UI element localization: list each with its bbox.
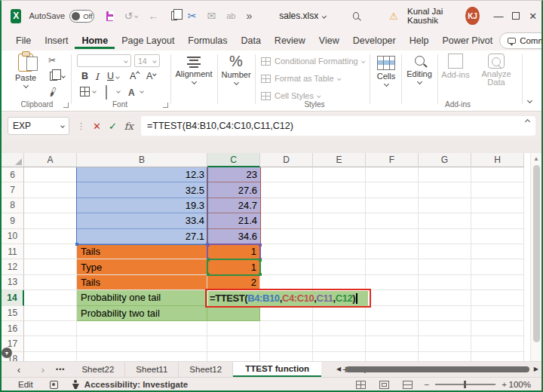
cell-E7[interactable] <box>313 182 366 198</box>
cells-button[interactable]: Cells <box>373 54 400 86</box>
column-header-C[interactable]: C <box>207 153 260 167</box>
insert-function-icon[interactable]: fx <box>124 121 133 132</box>
zoom-out-icon[interactable]: − <box>425 380 430 389</box>
cell-B11[interactable]: Tails <box>77 244 207 259</box>
vscroll-thumb[interactable] <box>533 165 540 342</box>
cell-E9[interactable] <box>313 213 366 228</box>
cell-B9[interactable]: 33.4 <box>77 213 207 228</box>
cell-C7[interactable]: 27.6 <box>207 182 260 198</box>
cell-G14[interactable] <box>419 290 471 305</box>
cell-B10[interactable]: 27.1 <box>77 229 207 244</box>
cell-D15[interactable] <box>260 306 313 321</box>
cell-D9[interactable] <box>260 213 313 228</box>
cell-E8[interactable] <box>313 198 366 213</box>
cell-E16[interactable] <box>313 321 366 336</box>
cell-H10[interactable] <box>471 229 524 244</box>
cell-F11[interactable] <box>366 244 419 259</box>
cut-icon[interactable]: ✂ <box>188 10 197 22</box>
cell-A15[interactable] <box>24 306 77 321</box>
cell-F12[interactable] <box>366 259 419 274</box>
cell-B8[interactable]: 19.3 <box>77 198 207 213</box>
fill-color-icon[interactable] <box>106 86 107 100</box>
cell-C15[interactable] <box>207 306 260 321</box>
cell-A6[interactable] <box>24 167 77 182</box>
back-icon[interactable]: ← <box>149 10 159 22</box>
user-name[interactable]: Kunal Jai Kaushik <box>407 7 459 25</box>
font-color-icon[interactable]: A <box>128 85 135 99</box>
minimize-button[interactable]: — <box>490 11 508 22</box>
cell-C13[interactable]: 2 <box>207 275 260 290</box>
alignment-button[interactable]: Alignment <box>173 54 214 84</box>
clipboard-dialog-launcher[interactable] <box>63 103 69 108</box>
zoom-slider[interactable] <box>435 384 495 385</box>
cell-A16[interactable] <box>24 321 77 336</box>
cell-G6[interactable] <box>419 167 471 182</box>
cell-A12[interactable] <box>24 259 77 274</box>
cell-H17[interactable] <box>471 336 524 351</box>
cell-B7[interactable]: 32.5 <box>77 182 207 198</box>
cell-D8[interactable] <box>260 198 313 213</box>
tab-review[interactable]: Review <box>268 32 312 49</box>
vscroll-down-button[interactable]: ▼ <box>2 348 12 358</box>
styles-item-cell-styles[interactable]: Cell Styles <box>261 91 320 100</box>
cell-C18[interactable] <box>207 352 260 361</box>
cell-E17[interactable] <box>313 336 366 351</box>
save-icon[interactable] <box>106 11 114 21</box>
row-header-15[interactable]: 15 <box>2 306 24 321</box>
cell-B17[interactable] <box>77 336 207 351</box>
ribbon-copy-icon[interactable] <box>50 72 57 81</box>
cell-H7[interactable] <box>471 182 524 198</box>
cell-D12[interactable] <box>260 259 313 274</box>
add-ins-button[interactable]: Add-ins <box>440 54 471 79</box>
tab-formulas[interactable]: Formulas <box>181 32 234 49</box>
cell-B13[interactable]: Tails <box>77 275 207 290</box>
cell-G11[interactable] <box>419 244 471 259</box>
editing-button[interactable]: Editing <box>403 54 436 84</box>
cell-H11[interactable] <box>471 244 524 259</box>
sheet-list-icon[interactable]: ••• <box>56 366 65 373</box>
sheet-prev-icon[interactable]: ‹ <box>12 364 26 375</box>
cell-C12[interactable]: 1 <box>207 259 260 274</box>
autosave-toggle[interactable]: Off <box>69 10 94 23</box>
row-header-11[interactable]: 11 <box>2 244 24 259</box>
zoom-in-icon[interactable]: + <box>502 380 507 389</box>
comments-button[interactable]: Comments <box>499 32 543 49</box>
cell-G9[interactable] <box>419 213 471 228</box>
tab-view[interactable]: View <box>312 32 346 49</box>
ribbon-cut-icon[interactable]: ✂ <box>48 55 56 66</box>
cell-F9[interactable] <box>366 213 419 228</box>
font-size-select[interactable]: 14 <box>134 54 160 67</box>
cell-H9[interactable] <box>471 213 524 228</box>
cell-D16[interactable] <box>260 321 313 336</box>
underline-button[interactable]: U <box>107 71 114 81</box>
row-header-7[interactable]: 7 <box>2 182 24 198</box>
cell-F8[interactable] <box>366 198 419 213</box>
sheet-tab-sheet11[interactable]: Sheet11 <box>125 362 179 377</box>
cell-F15[interactable] <box>366 306 419 321</box>
cell-G12[interactable] <box>419 259 471 274</box>
cell-C10[interactable]: 34.6 <box>207 229 260 244</box>
cell-H15[interactable] <box>471 306 524 321</box>
mail-icon[interactable]: ✉ <box>207 10 216 22</box>
horizontal-scrollbar[interactable]: ◀ ▶ <box>336 363 538 375</box>
cell-H14[interactable] <box>471 290 524 305</box>
cell-B12[interactable]: Type <box>77 259 207 274</box>
cell-F14[interactable] <box>366 290 419 305</box>
cell-D18[interactable] <box>260 352 313 361</box>
more-commands-icon[interactable]: » <box>246 10 252 22</box>
cell-G16[interactable] <box>419 321 471 336</box>
grow-font-button[interactable]: A <box>130 71 140 81</box>
cell-G17[interactable] <box>419 336 471 351</box>
cell-D13[interactable] <box>260 275 313 290</box>
cell-F7[interactable] <box>366 182 419 198</box>
cell-H6[interactable] <box>471 167 524 182</box>
column-header-B[interactable]: B <box>77 153 207 167</box>
cell-H16[interactable] <box>471 321 524 336</box>
hscroll-right-icon[interactable]: ▶ <box>534 366 538 372</box>
cell-D10[interactable] <box>260 229 313 244</box>
cell-B15[interactable]: Probability two tail <box>77 306 207 321</box>
normal-view-icon[interactable] <box>356 381 366 389</box>
tab-file[interactable]: File <box>9 32 38 49</box>
cell-B14[interactable]: Probability one tail <box>77 290 207 305</box>
column-header-E[interactable]: E <box>313 153 366 167</box>
